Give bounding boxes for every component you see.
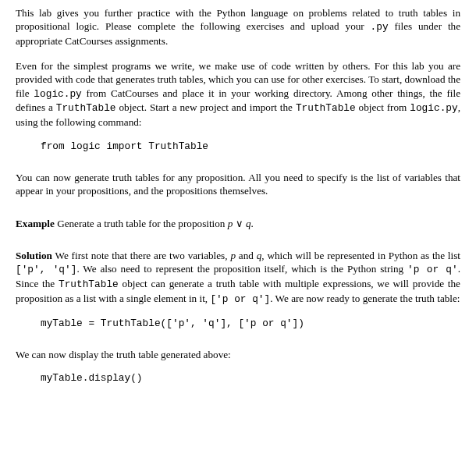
text: . We are now ready to generate the truth…	[270, 293, 460, 304]
math-var-q: q	[246, 218, 251, 229]
example-block: Example Generate a truth table for the p…	[16, 217, 460, 230]
code-import: from logic import TruthTable	[41, 140, 460, 154]
document-page: This lab gives you further practice with…	[0, 0, 476, 418]
inline-code: 'p or q'	[407, 264, 458, 275]
intro-paragraph-2: Even for the simplest programs we write,…	[16, 59, 460, 129]
text: , which will be represented in Python as…	[261, 250, 460, 261]
code-display: myTable.display()	[41, 372, 460, 385]
display-paragraph: We can now display the truth table gener…	[16, 348, 460, 361]
text: object. Start a new project and import t…	[116, 101, 296, 113]
math-or: ∨	[233, 218, 246, 229]
text: object from	[356, 101, 410, 113]
text: We first note that there are two variabl…	[52, 250, 230, 261]
solution-block: Solution We first note that there are tw…	[16, 249, 460, 307]
solution-label: Solution	[16, 250, 52, 261]
text: and	[236, 250, 257, 261]
inline-code: ['p or q']	[210, 293, 270, 305]
inline-code: TruthTable	[59, 278, 119, 290]
example-label: Example	[16, 218, 55, 229]
inline-code: logic.py	[34, 88, 81, 100]
math-var-p: p	[230, 250, 236, 261]
inline-code: TruthTable	[296, 102, 356, 114]
text: Generate a truth table for the propositi…	[55, 218, 228, 229]
intro-paragraph-1: This lab gives you further practice with…	[16, 6, 460, 48]
inline-code: ['p', 'q']	[16, 264, 76, 275]
inline-code: TruthTable	[56, 102, 116, 114]
inline-code: logic.py	[410, 102, 457, 114]
text: . We also need to represent the proposit…	[76, 263, 407, 275]
code-create-table: myTable = TruthTable(['p', 'q'], ['p or …	[41, 317, 460, 331]
usage-paragraph: You can now generate truth tables for an…	[16, 171, 460, 198]
text: .	[251, 218, 254, 229]
inline-code: .py	[371, 21, 389, 33]
